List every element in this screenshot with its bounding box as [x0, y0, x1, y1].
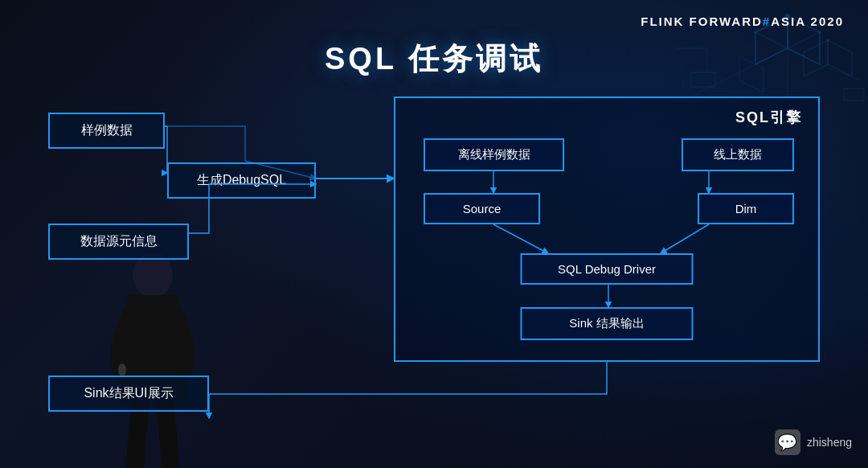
svg-point-13 [754, 31, 757, 34]
svg-point-14 [818, 31, 821, 34]
diagram-area: 样例数据 数据源元信息 生成DebugSQL SQL引擎 离线样例数据 线上数据… [48, 96, 820, 420]
sample-data-box: 样例数据 [48, 113, 165, 149]
watermark: 💬 zhisheng [775, 429, 852, 455]
sql-debug-driver-box: SQL Debug Driver [521, 253, 694, 285]
online-data-box: 线上数据 [682, 138, 794, 171]
generate-debug-sql-box: 生成DebugSQL [167, 162, 316, 199]
wechat-icon: 💬 [775, 429, 800, 455]
event-name: FLINK FORWARD#ASIA 2020 [641, 14, 844, 28]
sink-ui-box: Sink结果UI展示 [48, 376, 209, 412]
sql-engine-title: SQL引擎 [735, 108, 802, 127]
svg-line-18 [493, 224, 548, 253]
datasource-meta-box: 数据源元信息 [48, 224, 189, 260]
source-box: Source [424, 193, 540, 224]
slide-title: SQL 任务调试 [0, 39, 868, 80]
svg-rect-10 [844, 88, 864, 101]
sql-engine-panel: SQL引擎 离线样例数据 线上数据 Source Dim SQL Debug D… [394, 96, 820, 362]
event-header: FLINK FORWARD#ASIA 2020 [641, 14, 844, 28]
dim-box: Dim [698, 193, 794, 224]
svg-line-19 [661, 224, 709, 253]
watermark-text: zhisheng [807, 436, 852, 449]
offline-data-box: 离线样例数据 [424, 138, 564, 171]
sink-result-box: Sink 结果输出 [521, 307, 694, 340]
